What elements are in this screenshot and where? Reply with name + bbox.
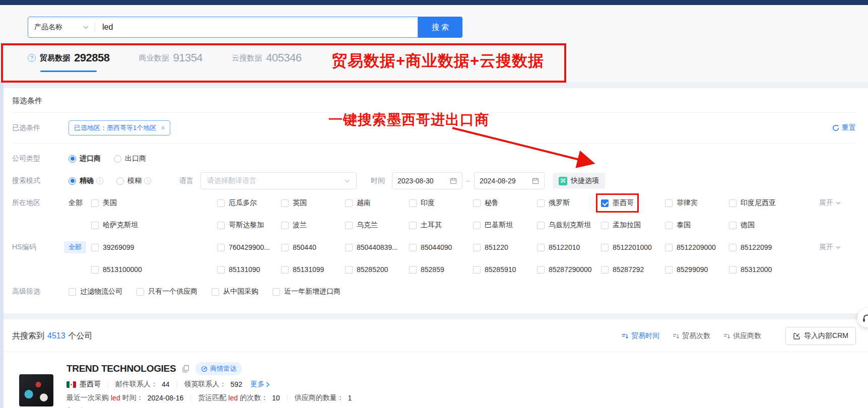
- more-label: 更多: [250, 380, 264, 389]
- sort-icon: [673, 333, 679, 339]
- hs-option[interactable]: 85312000: [729, 265, 793, 274]
- advanced-option[interactable]: 从中国采购: [212, 287, 258, 296]
- close-icon[interactable]: ×: [161, 124, 165, 132]
- language-placeholder: 请选择翻译语言: [207, 176, 256, 185]
- hs-option[interactable]: 85131099: [281, 265, 345, 274]
- region-option[interactable]: 孟加拉国: [601, 221, 665, 230]
- hs-option[interactable]: 85287290000: [537, 265, 601, 274]
- search-row: 产品名称 搜 索: [28, 5, 868, 38]
- search-category-dropdown[interactable]: 产品名称: [28, 23, 95, 32]
- region-option[interactable]: 菲律宾: [665, 198, 729, 208]
- search-button[interactable]: 搜 索: [418, 17, 462, 38]
- region-option-mexico[interactable]: 墨西哥: [601, 198, 665, 208]
- hs-option[interactable]: 85285200: [345, 265, 409, 274]
- advanced-option[interactable]: 只有一个供应商: [137, 287, 197, 296]
- region-option[interactable]: 乌克兰: [345, 221, 409, 230]
- tab-business-data[interactable]: 商业数据 91354: [139, 50, 203, 72]
- chevron-down-icon: [83, 26, 89, 29]
- quick-options-button[interactable]: ⌘ 快捷选项: [553, 173, 605, 189]
- business-radar-badge[interactable]: 商情雷达: [195, 362, 242, 375]
- sort-supplier-count[interactable]: 供应商数: [723, 331, 761, 341]
- checkbox-icon: [217, 244, 225, 251]
- company-purchase-row: 最近一次采购 led 时间： 2024-08-16 货运匹配 led 的次数： …: [66, 393, 856, 402]
- region-option[interactable]: 英国: [281, 198, 345, 208]
- region-option[interactable]: 哥斯达黎加: [217, 221, 281, 230]
- region-option[interactable]: 秘鲁: [473, 198, 537, 208]
- import-crm-button[interactable]: 导入内部CRM: [785, 327, 856, 345]
- hs-option[interactable]: 760429900...: [217, 243, 281, 251]
- info-icon[interactable]: i: [144, 177, 151, 184]
- region-option[interactable]: 巴基斯坦: [473, 221, 537, 230]
- language-select[interactable]: 请选择翻译语言: [201, 172, 357, 189]
- region-option[interactable]: 印度: [409, 198, 473, 208]
- tab-trade-data[interactable]: ? 贸易数据 292858: [28, 50, 109, 72]
- summary-count: 4513: [47, 331, 65, 341]
- hs-option[interactable]: 8512209000: [665, 243, 729, 251]
- hs-option[interactable]: 8512201000: [601, 243, 665, 251]
- radio-exact-mode[interactable]: 精确 i: [69, 176, 103, 185]
- help-icon[interactable]: ?: [28, 54, 36, 62]
- hs-option[interactable]: 85299090: [665, 265, 729, 274]
- company-name[interactable]: TREND TECHNOLOGIES: [66, 363, 176, 374]
- info-icon[interactable]: i: [96, 177, 103, 184]
- start-date-input[interactable]: 2023-08-30: [392, 172, 462, 189]
- radio-fuzzy-mode[interactable]: 模糊 i: [116, 176, 151, 185]
- company-thumbnail[interactable]: [19, 374, 53, 406]
- hs-option[interactable]: 8513100000: [91, 265, 217, 274]
- hs-expand-link[interactable]: 展开: [819, 243, 856, 252]
- date-range-dash: –: [466, 176, 471, 185]
- hs-option[interactable]: 852859: [409, 265, 473, 274]
- expand-label: 展开: [819, 243, 833, 252]
- checkbox-icon: [537, 266, 545, 274]
- reset-button[interactable]: 重置: [832, 123, 856, 132]
- hs-option[interactable]: 85287292: [601, 265, 665, 274]
- region-option[interactable]: 德国: [729, 221, 793, 230]
- copy-icon[interactable]: [182, 365, 189, 373]
- hs-option[interactable]: 85044090: [409, 243, 473, 251]
- region-option[interactable]: 越南: [345, 198, 409, 208]
- region-option[interactable]: 波兰: [281, 221, 345, 230]
- advanced-option[interactable]: 近一年新增进口商: [273, 287, 341, 296]
- end-date-input[interactable]: 2024-08-29: [474, 172, 545, 189]
- radio-importer[interactable]: 进口商: [69, 154, 101, 163]
- checkbox-label: 85287290000: [549, 265, 592, 274]
- left-edge-strip: [0, 82, 4, 408]
- region-option[interactable]: 俄罗斯: [537, 198, 601, 208]
- hs-option[interactable]: 39269099: [91, 243, 217, 251]
- radio-icon: [114, 155, 121, 163]
- checkbox-icon: [601, 244, 609, 251]
- region-all-link[interactable]: 全部: [69, 198, 91, 208]
- region-option[interactable]: 厄瓜多尔: [217, 198, 281, 208]
- region-option[interactable]: 哈萨克斯坦: [91, 221, 217, 230]
- hs-all-link[interactable]: 全部: [69, 241, 91, 253]
- radio-exporter[interactable]: 出口商: [114, 154, 146, 163]
- search-input[interactable]: [95, 23, 418, 32]
- hs-option[interactable]: 850440: [281, 243, 345, 251]
- region-option[interactable]: 乌兹别克斯坦: [537, 221, 601, 230]
- checkbox-label: 851220: [485, 243, 508, 251]
- region-option[interactable]: 泰国: [665, 221, 729, 230]
- more-link[interactable]: 更多: [250, 380, 270, 389]
- results-header: 共搜索到 4513 个公司 贸易时间 贸易次数 供应商数: [0, 319, 868, 352]
- tab-label: 商业数据: [139, 53, 169, 63]
- company-type-row: 公司类型 进口商 出口商: [12, 150, 856, 167]
- sort-trade-count[interactable]: 贸易次数: [673, 331, 710, 341]
- hs-option[interactable]: 85122099: [729, 243, 793, 251]
- selected-region-tag[interactable]: 已选地区：墨西哥等1个地区 ×: [69, 120, 170, 135]
- hs-option[interactable]: 85122010: [537, 243, 601, 251]
- region-expand-link[interactable]: 展开: [819, 198, 856, 208]
- checkbox-label: 近一年新增进口商: [284, 287, 341, 296]
- hs-option[interactable]: 850440839...: [345, 243, 409, 251]
- region-option[interactable]: 美国: [91, 198, 217, 208]
- region-option[interactable]: 土耳其: [409, 221, 473, 230]
- trade-data-search-page: 产品名称 搜 索 ? 贸易数据 292858: [0, 0, 868, 408]
- tab-cloud-search-data[interactable]: 云搜数据 405346: [232, 50, 301, 72]
- checkbox-icon: [281, 244, 289, 251]
- sort-trade-time[interactable]: 贸易时间: [622, 331, 659, 341]
- hs-option[interactable]: 85285910: [473, 265, 537, 274]
- hs-option[interactable]: 851220: [473, 243, 537, 251]
- chevron-down-icon: [836, 201, 841, 205]
- advanced-option[interactable]: 过滤物流公司: [69, 287, 122, 296]
- hs-option[interactable]: 85131090: [217, 265, 281, 274]
- region-option[interactable]: 印度尼西亚: [729, 198, 793, 208]
